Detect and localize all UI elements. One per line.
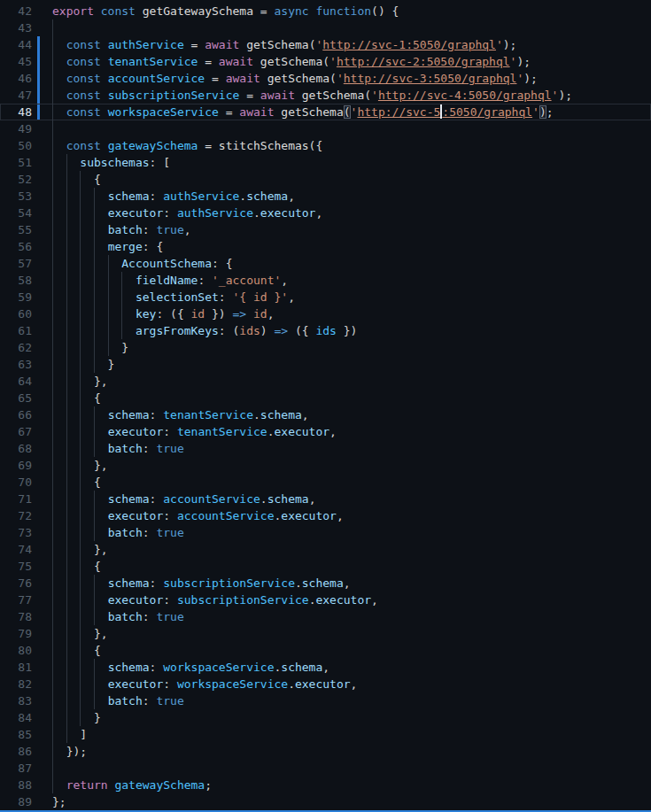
code-line[interactable]: 56 merge: { xyxy=(0,238,651,255)
line-number[interactable]: 63 xyxy=(0,356,32,373)
line-number[interactable]: 86 xyxy=(0,743,32,760)
code-content[interactable]: executor: tenantService.executor, xyxy=(40,423,651,440)
line-number[interactable]: 53 xyxy=(0,188,32,205)
line-number[interactable]: 60 xyxy=(0,305,32,322)
code-content[interactable]: } xyxy=(40,356,651,373)
code-content[interactable]: const subscriptionService = await getSch… xyxy=(40,87,651,104)
code-line[interactable]: 86 }); xyxy=(0,743,651,760)
code-content[interactable]: executor: authService.executor, xyxy=(40,205,651,221)
line-number[interactable]: 59 xyxy=(0,289,32,305)
code-line[interactable]: 69 }, xyxy=(0,457,651,474)
code-content[interactable]: const tenantService = await getSchema('h… xyxy=(40,53,651,70)
line-number[interactable]: 73 xyxy=(0,524,32,541)
code-line[interactable]: 60 key: ({ id }) => id, xyxy=(0,305,651,322)
code-content[interactable]: } xyxy=(40,339,651,356)
code-content[interactable]: }; xyxy=(40,793,651,810)
code-line[interactable]: 80 { xyxy=(0,642,651,659)
code-content[interactable]: batch: true xyxy=(40,524,651,541)
code-content[interactable]: executor: accountService.executor, xyxy=(40,507,651,524)
code-line[interactable]: 50 const gatewaySchema = stitchSchemas({ xyxy=(0,137,651,154)
code-line[interactable]: 52 { xyxy=(0,171,651,188)
code-line[interactable]: 54 executor: authService.executor, xyxy=(0,205,651,221)
code-content[interactable]: { xyxy=(40,642,651,659)
code-line[interactable]: 88 return gatewaySchema; xyxy=(0,777,651,793)
code-line[interactable]: 47 const subscriptionService = await get… xyxy=(0,87,651,104)
code-line[interactable]: 42export const getGatewaySchema = async … xyxy=(0,3,651,19)
code-content[interactable] xyxy=(40,19,651,36)
line-number[interactable]: 66 xyxy=(0,406,32,423)
line-number[interactable]: 52 xyxy=(0,171,32,188)
code-line[interactable]: 82 executor: workspaceService.executor, xyxy=(0,676,651,692)
code-content[interactable]: selectionSet: '{ id }', xyxy=(40,289,651,305)
code-content[interactable]: batch: true xyxy=(40,692,651,709)
code-content[interactable]: const workspaceService = await getSchema… xyxy=(40,104,651,120)
line-number[interactable]: 84 xyxy=(0,709,32,726)
line-number[interactable]: 62 xyxy=(0,339,32,356)
code-line[interactable]: 74 }, xyxy=(0,541,651,558)
code-line[interactable]: 66 schema: tenantService.schema, xyxy=(0,406,651,423)
code-content[interactable]: const gatewaySchema = stitchSchemas({ xyxy=(40,137,651,154)
code-line[interactable]: 75 { xyxy=(0,558,651,575)
code-content[interactable]: merge: { xyxy=(40,238,651,255)
line-number[interactable]: 87 xyxy=(0,760,32,777)
line-number[interactable]: 54 xyxy=(0,205,32,221)
line-number[interactable]: 76 xyxy=(0,575,32,592)
code-content[interactable]: } xyxy=(40,709,651,726)
line-number[interactable]: 44 xyxy=(0,36,32,53)
line-number[interactable]: 49 xyxy=(0,120,32,137)
code-line[interactable]: 51 subschemas: [ xyxy=(0,154,651,171)
code-content[interactable]: schema: accountService.schema, xyxy=(40,491,651,507)
code-line[interactable]: 43 xyxy=(0,19,651,36)
code-line[interactable]: 73 batch: true xyxy=(0,524,651,541)
line-number[interactable]: 78 xyxy=(0,608,32,625)
code-content[interactable]: { xyxy=(40,558,651,575)
code-line[interactable]: 59 selectionSet: '{ id }', xyxy=(0,289,651,305)
code-content[interactable]: schema: subscriptionService.schema, xyxy=(40,575,651,592)
line-number[interactable]: 65 xyxy=(0,390,32,406)
code-content[interactable]: argsFromKeys: (ids) => ({ ids }) xyxy=(40,322,651,339)
line-number[interactable]: 83 xyxy=(0,692,32,709)
line-number[interactable]: 82 xyxy=(0,676,32,692)
code-content[interactable]: schema: workspaceService.schema, xyxy=(40,659,651,676)
code-content[interactable]: batch: true xyxy=(40,440,651,457)
code-line[interactable]: 78 batch: true xyxy=(0,608,651,625)
line-number[interactable]: 70 xyxy=(0,474,32,491)
code-content[interactable]: fieldName: '_account', xyxy=(40,272,651,289)
line-number[interactable]: 79 xyxy=(0,625,32,642)
code-content[interactable] xyxy=(40,760,651,777)
code-line[interactable]: 44 const authService = await getSchema('… xyxy=(0,36,651,53)
code-content[interactable]: schema: tenantService.schema, xyxy=(40,406,651,423)
code-line[interactable]: 53 schema: authService.schema, xyxy=(0,188,651,205)
code-content[interactable]: batch: true xyxy=(40,608,651,625)
code-content[interactable]: return gatewaySchema; xyxy=(40,777,651,793)
code-line[interactable]: 89}; xyxy=(0,793,651,810)
code-line[interactable]: 67 executor: tenantService.executor, xyxy=(0,423,651,440)
code-content[interactable]: export const getGatewaySchema = async fu… xyxy=(40,3,651,19)
line-number[interactable]: 81 xyxy=(0,659,32,676)
line-number[interactable]: 57 xyxy=(0,255,32,272)
line-number[interactable]: 47 xyxy=(0,87,32,104)
line-number[interactable]: 69 xyxy=(0,457,32,474)
code-line[interactable]: 79 }, xyxy=(0,625,651,642)
code-content[interactable]: batch: true, xyxy=(40,221,651,238)
code-line[interactable]: 68 batch: true xyxy=(0,440,651,457)
line-number[interactable]: 74 xyxy=(0,541,32,558)
code-line[interactable]: 55 batch: true, xyxy=(0,221,651,238)
code-line[interactable]: 85 ] xyxy=(0,726,651,743)
code-content[interactable]: }); xyxy=(40,743,651,760)
code-content[interactable]: schema: authService.schema, xyxy=(40,188,651,205)
code-line[interactable]: 81 schema: workspaceService.schema, xyxy=(0,659,651,676)
code-content[interactable]: }, xyxy=(40,541,651,558)
line-number[interactable]: 45 xyxy=(0,53,32,70)
code-content[interactable]: { xyxy=(40,171,651,188)
line-number[interactable]: 48 xyxy=(0,104,32,120)
code-content[interactable]: }, xyxy=(40,625,651,642)
code-line[interactable]: 46 const accountService = await getSchem… xyxy=(0,70,651,87)
code-content[interactable]: { xyxy=(40,390,651,406)
code-line[interactable]: 57 AccountSchema: { xyxy=(0,255,651,272)
line-number[interactable]: 43 xyxy=(0,19,32,36)
code-content[interactable]: subschemas: [ xyxy=(40,154,651,171)
code-content[interactable]: executor: workspaceService.executor, xyxy=(40,676,651,692)
code-line[interactable]: 49 xyxy=(0,120,651,137)
line-number[interactable]: 77 xyxy=(0,592,32,608)
